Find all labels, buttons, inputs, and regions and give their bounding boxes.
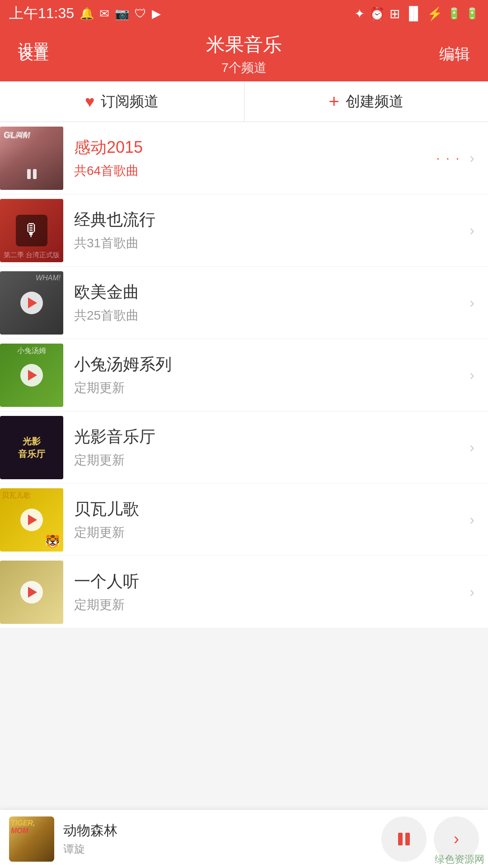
channel-info-3: 欧美金曲 共25首歌曲 xyxy=(74,281,469,324)
channel-count-2: 共31首歌曲 xyxy=(74,235,469,252)
chevron-icon-1: › xyxy=(469,150,474,166)
watermark: 绿色资源网 xyxy=(435,853,484,866)
chevron-icon-7: › xyxy=(469,584,474,600)
status-bar-right: ✦ ⏰ ⊞ ▐▌ ⚡ 🔋 🔋 xyxy=(354,6,479,21)
channel-thumb-7 xyxy=(0,561,63,624)
player-info: 动物森林 谭旋 xyxy=(63,821,381,856)
tab-create[interactable]: + 创建频道 xyxy=(244,81,488,122)
channel-thumb-5: 光影音乐厅 xyxy=(0,416,63,479)
channel-actions-1: · · · › xyxy=(436,150,474,166)
channel-count-3: 共25首歌曲 xyxy=(74,307,469,324)
notification-icon: 🔔 xyxy=(80,7,94,21)
channel-item-6[interactable]: 贝瓦儿歌 🐯 贝瓦儿歌 定期更新 › xyxy=(0,484,488,556)
channel-name-7: 一个人听 xyxy=(74,571,469,593)
dots-icon-1: · · · xyxy=(436,151,460,165)
screen-icon: ⊞ xyxy=(389,6,400,21)
player-artist-name: 谭旋 xyxy=(63,842,381,856)
play-icon: ▶ xyxy=(152,7,161,21)
channel-info-4: 小兔汤姆系列 定期更新 xyxy=(74,354,469,396)
channel-actions-7: › xyxy=(469,584,474,600)
channel-thumb-6: 贝瓦儿歌 🐯 xyxy=(0,488,63,552)
player-album-art: TIGER, MOM xyxy=(9,816,54,862)
channel-actions-6: › xyxy=(469,511,474,528)
status-bar: 上午11:35 🔔 ✉ 📷 🛡 ▶ ✦ ⏰ ⊞ ▐▌ ⚡ 🔋 🔋 xyxy=(0,0,488,27)
status-time: 上午11:35 xyxy=(9,4,74,24)
camera-icon: 📷 xyxy=(115,7,129,21)
plus-icon: + xyxy=(329,91,339,112)
channel-actions-5: › xyxy=(469,439,474,456)
chevron-icon-6: › xyxy=(469,511,474,528)
mail-icon: ✉ xyxy=(99,7,109,21)
channel-count-1: 共64首歌曲 xyxy=(74,162,436,179)
channel-thumb-1: GLAM xyxy=(0,127,63,190)
channel-name-3: 欧美金曲 xyxy=(74,281,469,303)
chevron-icon-2: › xyxy=(469,222,474,239)
channel-name-6: 贝瓦儿歌 xyxy=(74,498,469,520)
channel-info-1: 感动2015 共64首歌曲 xyxy=(74,137,436,179)
battery-full-icon: 🔋 xyxy=(447,7,461,20)
player-bar: TIGER, MOM 动物森林 谭旋 › xyxy=(0,809,488,868)
channel-actions-2: › xyxy=(469,222,474,239)
channel-count-4: 定期更新 xyxy=(74,379,469,396)
player-pause-button[interactable] xyxy=(381,816,427,862)
channel-name-2: 经典也流行 xyxy=(74,209,469,231)
edit-button[interactable]: 编辑 xyxy=(425,44,470,65)
tab-create-label: 创建频道 xyxy=(346,92,404,112)
settings-label[interactable]: 设置 xyxy=(18,40,49,61)
app-title: 米果音乐 xyxy=(206,32,282,57)
chevron-icon-5: › xyxy=(469,439,474,456)
channel-item-7[interactable]: 一个人听 定期更新 › xyxy=(0,556,488,628)
channel-item-5[interactable]: 光影音乐厅 光影音乐厅 定期更新 › xyxy=(0,411,488,484)
channel-thumb-2: 🎙 第二季 台湾正式版 xyxy=(0,199,63,262)
channel-thumb-4: 小兔汤姆 xyxy=(0,344,63,407)
tab-bar: ♥ 订阅频道 + 创建频道 xyxy=(0,81,488,122)
channel-name-1: 感动2015 xyxy=(74,137,436,159)
heart-icon: ♥ xyxy=(85,92,94,111)
channel-thumb-3: WHAM! xyxy=(0,271,63,335)
channel-item-3[interactable]: WHAM! 欧美金曲 共25首歌曲 › xyxy=(0,267,488,339)
chevron-icon-4: › xyxy=(469,367,474,383)
channel-actions-4: › xyxy=(469,367,474,383)
channel-item-1[interactable]: GLAM 感动2015 共64首歌曲 · · · › xyxy=(0,122,488,194)
channel-count-5: 定期更新 xyxy=(74,452,469,469)
header-title-section: 米果音乐 7个频道 xyxy=(63,32,425,76)
channel-count: 7个频道 xyxy=(221,59,267,76)
channel-name-4: 小兔汤姆系列 xyxy=(74,354,469,376)
channel-info-5: 光影音乐厅 定期更新 xyxy=(74,426,469,469)
channel-name-5: 光影音乐厅 xyxy=(74,426,469,448)
channel-count-7: 定期更新 xyxy=(74,596,469,613)
channel-item-4[interactable]: 小兔汤姆 小兔汤姆系列 定期更新 › xyxy=(0,339,488,411)
shield-icon: 🛡 xyxy=(135,7,146,21)
tab-subscribed-label: 订阅频道 xyxy=(101,92,159,112)
channel-info-2: 经典也流行 共31首歌曲 xyxy=(74,209,469,252)
tab-subscribed[interactable]: ♥ 订阅频道 xyxy=(0,81,244,122)
chevron-icon-3: › xyxy=(469,294,474,311)
bluetooth-icon: ✦ xyxy=(354,6,365,21)
battery-icon: ⚡ xyxy=(427,6,443,21)
channel-actions-3: › xyxy=(469,294,474,311)
signal-icon: ▐▌ xyxy=(404,6,422,21)
channel-info-7: 一个人听 定期更新 xyxy=(74,571,469,613)
pause-bar-right xyxy=(405,833,410,845)
app-header: 设置 米果音乐 7个频道 编辑 xyxy=(0,27,488,81)
pause-bar-left xyxy=(398,833,403,845)
channel-info-6: 贝瓦儿歌 定期更新 xyxy=(74,498,469,541)
channel-count-6: 定期更新 xyxy=(74,524,469,541)
battery-indicator: 🔋 xyxy=(465,7,479,20)
channel-item-2[interactable]: 🎙 第二季 台湾正式版 经典也流行 共31首歌曲 › xyxy=(0,194,488,267)
channel-list: GLAM 感动2015 共64首歌曲 · · · › � xyxy=(0,122,488,628)
status-bar-left: 上午11:35 🔔 ✉ 📷 🛡 ▶ xyxy=(9,4,161,24)
next-icon: › xyxy=(454,830,459,849)
player-song-title: 动物森林 xyxy=(63,821,381,840)
clock-icon: ⏰ xyxy=(369,6,385,21)
